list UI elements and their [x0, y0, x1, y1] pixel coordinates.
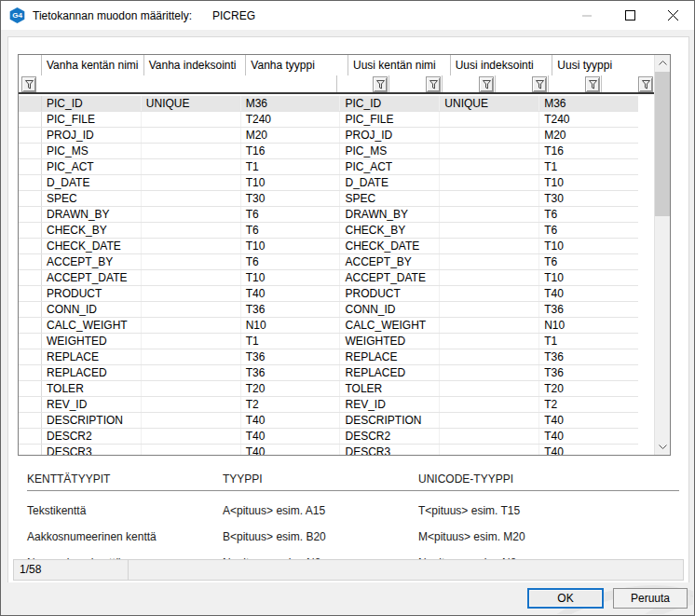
table-row[interactable]: PIC_MS T16 PIC_MS T16: [19, 144, 638, 159]
row-selector[interactable]: [19, 159, 42, 174]
table-row[interactable]: PROJ_ID M20 PROJ_ID M20: [19, 128, 638, 144]
row-selector[interactable]: [19, 270, 42, 285]
cell-new-field-name: ACCEPT_DATE: [340, 270, 440, 285]
table-row[interactable]: CONN_ID T36 CONN_ID T36: [19, 302, 638, 318]
row-selector[interactable]: [19, 191, 42, 206]
row-selector[interactable]: [19, 286, 42, 301]
row-selector[interactable]: [19, 413, 42, 428]
cell-new-type: T16: [539, 144, 638, 158]
table-row[interactable]: DRAWN_BY T6 DRAWN_BY T6: [19, 207, 638, 223]
close-icon[interactable]: [651, 1, 694, 30]
cell-old-type: T30: [241, 191, 341, 206]
legend-type-format: B<pituus> esim. B20: [223, 530, 418, 543]
row-selector[interactable]: [19, 207, 42, 222]
row-selector[interactable]: [19, 144, 42, 158]
cell-new-type: T40: [539, 445, 638, 455]
cell-new-field-name: CHECK_DATE: [340, 239, 440, 253]
cell-old-type: T40: [241, 429, 341, 444]
row-selector[interactable]: [19, 429, 42, 444]
scroll-up-button[interactable]: [655, 55, 670, 71]
row-selector[interactable]: [19, 112, 42, 127]
row-selector[interactable]: [19, 96, 42, 111]
filter-button[interactable]: [638, 76, 653, 92]
row-selector[interactable]: [19, 175, 42, 190]
maximize-icon[interactable]: [608, 1, 651, 30]
cell-old-indexing: [142, 159, 241, 174]
table-row[interactable]: PIC_ACT T1 PIC_ACT T1: [19, 159, 638, 175]
table-row[interactable]: REV_ID T2 REV_ID T2: [19, 397, 638, 413]
table-row[interactable]: D_DATE T10 D_DATE T10: [19, 175, 638, 191]
cell-old-type: M20: [241, 128, 341, 143]
table-row[interactable]: WEIGHTED T1 WEIGHTED T1: [19, 334, 638, 349]
cancel-button[interactable]: Peruuta: [613, 588, 688, 609]
cell-new-field-name: PRODUCT: [340, 286, 440, 301]
filter-button[interactable]: [21, 76, 36, 92]
table-row[interactable]: TOLER T20 TOLER T20: [19, 381, 638, 397]
scroll-down-button[interactable]: [655, 439, 670, 455]
cell-old-indexing: [142, 302, 241, 317]
filter-input[interactable]: [496, 75, 549, 92]
column-header[interactable]: Vanha indeksointi: [144, 55, 247, 75]
cell-new-indexing: [440, 159, 539, 174]
cell-new-type: T6: [539, 207, 638, 222]
row-selector[interactable]: [19, 239, 42, 253]
cell-new-field-name: PIC_ACT: [340, 159, 440, 174]
table-row[interactable]: PRODUCT T40 PRODUCT T40: [19, 286, 638, 302]
funnel-icon: [536, 80, 544, 89]
cell-new-field-name: TOLER: [340, 381, 440, 396]
filter-button[interactable]: [479, 76, 494, 92]
table-row[interactable]: DESCR2 T40 DESCR2 T40: [19, 429, 638, 445]
vertical-scrollbar[interactable]: [654, 55, 670, 455]
row-selector[interactable]: [19, 349, 42, 364]
row-selector[interactable]: [19, 334, 42, 349]
filter-button[interactable]: [585, 76, 600, 92]
row-selector[interactable]: [19, 254, 42, 269]
cell-new-field-name: PIC_MS: [340, 144, 440, 158]
table-row[interactable]: PIC_FILE T240 PIC_FILE T240: [19, 112, 638, 128]
cell-old-type: T1: [241, 334, 341, 349]
cell-old-type: T36: [241, 302, 341, 317]
column-header[interactable]: Uusi tyyppi: [552, 55, 654, 75]
table-row[interactable]: REPLACED T36 REPLACED T36: [19, 365, 638, 381]
cell-old-indexing: [142, 318, 241, 333]
table-row[interactable]: SPEC T30 SPEC T30: [19, 191, 638, 207]
table-row[interactable]: DESCRIPTION T40 DESCRIPTION T40: [19, 413, 638, 429]
row-selector[interactable]: [19, 302, 42, 317]
row-selector[interactable]: [19, 445, 42, 455]
filter-cells: [337, 75, 655, 92]
cell-new-indexing: [440, 175, 539, 190]
filter-input[interactable]: [389, 75, 443, 92]
table-row[interactable]: CHECK_DATE T10 CHECK_DATE T10: [19, 239, 638, 254]
filter-input[interactable]: [443, 75, 496, 92]
filter-button[interactable]: [373, 76, 388, 92]
row-selector[interactable]: [19, 128, 42, 143]
filter-input[interactable]: [549, 75, 602, 92]
filter-button[interactable]: [426, 76, 441, 92]
table-row[interactable]: DESCR3 T40 DESCR3 T40: [19, 445, 638, 455]
column-header[interactable]: Vanha kentän nimi: [42, 55, 144, 75]
cell-old-indexing: [142, 286, 241, 301]
row-selector[interactable]: [19, 381, 42, 396]
filter-input[interactable]: [602, 75, 654, 92]
column-header[interactable]: Uusi kentän nimi: [348, 55, 451, 75]
row-selector[interactable]: [19, 318, 42, 333]
table-row[interactable]: ACCEPT_DATE T10 ACCEPT_DATE T10: [19, 270, 638, 286]
cell-old-field-name: CONN_ID: [42, 302, 142, 317]
row-selector[interactable]: [19, 223, 42, 238]
column-header[interactable]: Vanha tyyppi: [246, 55, 348, 75]
row-selector[interactable]: [19, 397, 42, 412]
row-selector[interactable]: [19, 365, 42, 380]
cell-new-field-name: REPLACE: [340, 349, 440, 364]
cell-old-field-name: PRODUCT: [42, 286, 142, 301]
ok-button[interactable]: OK: [527, 588, 604, 609]
cell-new-indexing: [440, 112, 539, 127]
table-row[interactable]: REPLACE T36 REPLACE T36: [19, 349, 638, 365]
column-header[interactable]: Uusi indeksointi: [451, 55, 553, 75]
table-row[interactable]: CALC_WEIGHT N10 CALC_WEIGHT N10: [19, 318, 638, 334]
table-row[interactable]: ACCEPT_BY T6 ACCEPT_BY T6: [19, 254, 638, 270]
table-row[interactable]: PIC_ID UNIQUE M36 PIC_ID UNIQUE M36: [19, 96, 638, 112]
scrollbar-thumb[interactable]: [655, 72, 670, 216]
filter-button[interactable]: [532, 76, 547, 92]
filter-input[interactable]: [337, 75, 390, 92]
table-row[interactable]: CHECK_BY T6 CHECK_BY T6: [19, 223, 638, 239]
